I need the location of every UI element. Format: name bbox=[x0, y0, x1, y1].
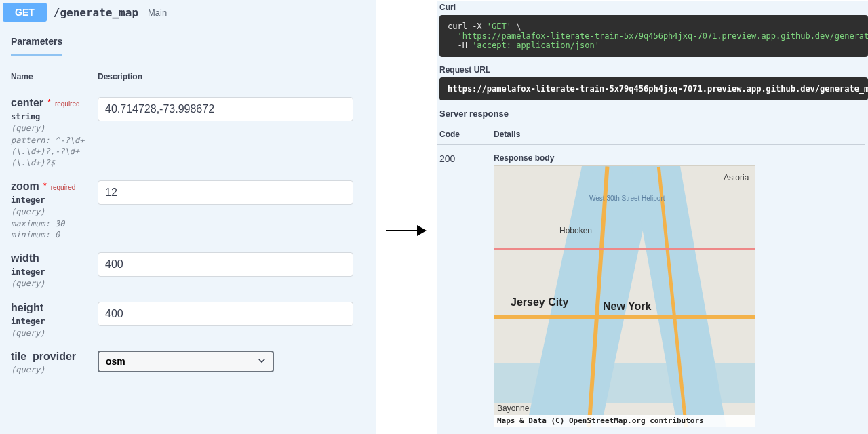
param-input-cell: osm bbox=[98, 351, 378, 372]
response-details: Response body Hoboken Jersey City New Yo… bbox=[494, 153, 755, 427]
map-label-hoboken: Hoboken bbox=[559, 226, 592, 235]
param-input-cell bbox=[98, 302, 378, 326]
http-method-badge: GET bbox=[3, 3, 47, 22]
parameters-panel: GET /generate_map Main Parameters Name D… bbox=[0, 0, 376, 434]
curl-flag-x: -X bbox=[472, 22, 481, 31]
map-label-bayonne: Bayonne bbox=[497, 403, 529, 413]
parameters-table: Name Description center * required strin… bbox=[11, 65, 378, 378]
endpoint-summary: Main bbox=[148, 7, 167, 18]
param-input-cell bbox=[98, 252, 378, 277]
param-name-cell: tile_provider (query) bbox=[11, 351, 98, 375]
status-code: 200 bbox=[439, 153, 494, 164]
param-name: width bbox=[11, 252, 39, 264]
request-url-block[interactable]: https://pamelafox-literate-train-5x79q45… bbox=[439, 77, 868, 100]
map-attribution: Maps & Data (C) OpenStreetMap.org contri… bbox=[494, 415, 755, 427]
zoom-input[interactable] bbox=[98, 180, 353, 205]
param-row-width: width integer (query) bbox=[11, 243, 378, 292]
response-map-image: Hoboken Jersey City New York Astoria Wes… bbox=[494, 165, 755, 427]
column-header-description: Description bbox=[98, 72, 378, 81]
param-name: height bbox=[11, 302, 43, 313]
required-star-icon: * bbox=[43, 180, 47, 191]
column-header-code: Code bbox=[439, 130, 494, 139]
response-header-row: Code Details bbox=[437, 124, 865, 145]
param-row-height: height integer (query) bbox=[11, 292, 378, 341]
param-type: integer bbox=[11, 195, 94, 205]
height-input[interactable] bbox=[98, 302, 353, 326]
param-row-center: center * required string (query) pattern… bbox=[11, 87, 378, 171]
param-meta: pattern: ^-?\d+(\.\d+)?,-?\d+(\.\d+)?$ bbox=[11, 135, 94, 168]
param-name-cell: zoom * required integer (query) maximum:… bbox=[11, 180, 98, 241]
param-name: tile_provider bbox=[11, 351, 76, 362]
column-header-name: Name bbox=[11, 72, 98, 81]
request-url-label: Request URL bbox=[437, 64, 868, 77]
response-body-label: Response body bbox=[494, 153, 755, 163]
curl-accept: 'accept: application/json' bbox=[472, 41, 599, 50]
param-row-tile-provider: tile_provider (query) osm bbox=[11, 341, 378, 378]
tab-bar: Parameters bbox=[0, 26, 376, 56]
param-input-cell bbox=[98, 180, 378, 205]
required-star-icon: * bbox=[47, 97, 51, 107]
map-label-new-york: New York bbox=[603, 300, 651, 313]
curl-backslash: \ bbox=[516, 22, 521, 31]
param-type: string bbox=[11, 112, 94, 121]
param-row-zoom: zoom * required integer (query) maximum:… bbox=[11, 171, 378, 243]
response-panel: Curl curl -X 'GET' \ 'https://pamelafox-… bbox=[437, 1, 868, 434]
param-name: center bbox=[11, 97, 43, 108]
curl-flag-h: -H bbox=[457, 41, 467, 50]
map-label-astoria: Astoria bbox=[724, 173, 749, 182]
param-name-cell: center * required string (query) pattern… bbox=[11, 97, 98, 168]
response-row: 200 Response body Hoboken Jersey City Ne… bbox=[437, 145, 868, 427]
curl-label: Curl bbox=[437, 1, 868, 15]
width-input[interactable] bbox=[98, 252, 353, 277]
operation-header[interactable]: GET /generate_map Main bbox=[0, 0, 376, 26]
tile-provider-select[interactable]: osm bbox=[98, 351, 274, 372]
server-response-label: Server response bbox=[437, 107, 868, 121]
endpoint-path: /generate_map bbox=[54, 6, 138, 19]
tab-parameters[interactable]: Parameters bbox=[11, 36, 62, 56]
center-input[interactable] bbox=[98, 97, 353, 121]
param-in: (query) bbox=[11, 364, 94, 375]
required-label: required bbox=[51, 184, 76, 191]
param-name-cell: height integer (query) bbox=[11, 302, 98, 338]
map-label-heliport: West 30th Street Heliport bbox=[589, 195, 665, 202]
arrow-right-icon bbox=[384, 222, 428, 241]
param-name: zoom bbox=[11, 180, 39, 192]
map-label-jersey-city: Jersey City bbox=[511, 296, 568, 309]
param-in: (query) bbox=[11, 123, 94, 134]
required-label: required bbox=[55, 100, 80, 108]
svg-marker-1 bbox=[417, 225, 427, 236]
param-type: integer bbox=[11, 317, 94, 326]
param-meta: maximum: 30 minimum: 0 bbox=[11, 218, 94, 240]
param-name-cell: width integer (query) bbox=[11, 252, 98, 289]
curl-cmd: curl bbox=[448, 22, 467, 31]
table-header-row: Name Description bbox=[11, 65, 378, 87]
param-in: (query) bbox=[11, 206, 94, 217]
curl-command-block[interactable]: curl -X 'GET' \ 'https://pamelafox-liter… bbox=[439, 15, 868, 57]
param-in: (query) bbox=[11, 278, 94, 289]
param-in: (query) bbox=[11, 328, 94, 338]
param-input-cell bbox=[98, 97, 378, 121]
curl-url: 'https://pamelafox-literate-train-5x79q4… bbox=[457, 31, 868, 41]
curl-method: 'GET' bbox=[487, 22, 511, 31]
param-type: integer bbox=[11, 267, 94, 277]
column-header-details: Details bbox=[494, 130, 520, 139]
